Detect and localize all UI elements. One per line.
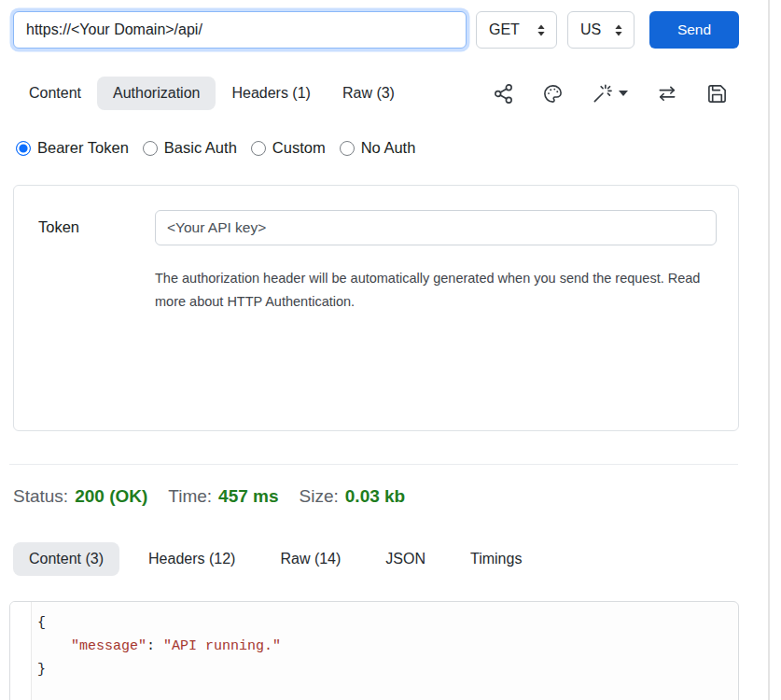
method-select[interactable]: GET xyxy=(476,11,557,49)
json-separator: : xyxy=(146,638,163,654)
response-tab-raw[interactable]: Raw (14) xyxy=(264,542,356,576)
radio-no-auth[interactable] xyxy=(340,141,355,156)
auth-option-custom[interactable]: Custom xyxy=(251,139,326,157)
response-tab-timings[interactable]: Timings xyxy=(454,542,537,576)
time-value: 457 ms xyxy=(218,486,278,507)
updown-arrows-icon xyxy=(613,23,624,37)
chevron-down-icon xyxy=(619,91,628,96)
code-gutter xyxy=(10,602,32,700)
code-line: { xyxy=(37,611,281,635)
request-tabs-row: Content Authorization Headers (1) Raw (3… xyxy=(13,77,739,110)
json-key: "message" xyxy=(71,638,146,654)
url-input[interactable] xyxy=(13,11,467,49)
radio-label: Basic Auth xyxy=(164,139,237,157)
radio-label: No Auth xyxy=(361,139,416,157)
swap-arrows-icon[interactable] xyxy=(656,83,678,105)
radio-bearer-token[interactable] xyxy=(16,141,31,156)
radio-label: Custom xyxy=(272,139,326,157)
tab-raw[interactable]: Raw (3) xyxy=(327,77,411,110)
region-select[interactable]: US xyxy=(567,11,635,49)
method-select-value: GET xyxy=(489,21,520,38)
auth-option-bearer-token[interactable]: Bearer Token xyxy=(16,139,129,157)
tab-authorization[interactable]: Authorization xyxy=(97,77,216,110)
code-line: } xyxy=(37,658,281,681)
token-label: Token xyxy=(38,210,155,430)
time-label: Time: xyxy=(168,486,212,507)
auth-option-no-auth[interactable]: No Auth xyxy=(340,139,416,157)
updown-arrows-icon xyxy=(536,23,547,37)
magic-wand-dropdown-icon[interactable] xyxy=(592,83,628,105)
response-json: { "message": "API running." } xyxy=(32,602,281,700)
region-select-value: US xyxy=(580,21,601,38)
tab-content[interactable]: Content xyxy=(13,77,97,110)
request-bar: GET US Send xyxy=(13,11,739,49)
size-value: 0.03 kb xyxy=(345,486,405,507)
response-tab-content[interactable]: Content (3) xyxy=(13,542,119,576)
palette-icon[interactable] xyxy=(542,83,564,105)
response-body-panel: { "message": "API running." } xyxy=(9,601,739,700)
api-client-app: GET US Send Content Authorization Header… xyxy=(13,11,739,700)
radio-basic-auth[interactable] xyxy=(143,141,158,156)
auth-type-options: Bearer Token Basic Auth Custom No Auth xyxy=(13,139,739,157)
request-toolbar xyxy=(493,83,728,105)
auth-option-basic-auth[interactable]: Basic Auth xyxy=(143,139,237,157)
tab-headers[interactable]: Headers (1) xyxy=(216,77,326,110)
size-label: Size: xyxy=(300,486,339,507)
share-icon[interactable] xyxy=(493,83,514,105)
response-tab-json[interactable]: JSON xyxy=(370,542,441,576)
response-tab-headers[interactable]: Headers (12) xyxy=(132,542,251,576)
status-value: 200 (OK) xyxy=(75,486,147,507)
bearer-token-panel: Token The authorization header will be a… xyxy=(13,185,739,431)
radio-custom[interactable] xyxy=(251,141,266,156)
response-tabs-row: Content (3) Headers (12) Raw (14) JSON T… xyxy=(13,542,739,576)
token-input[interactable] xyxy=(155,210,717,245)
token-help-text: The authorization header will be automat… xyxy=(155,267,717,314)
send-button[interactable]: Send xyxy=(649,11,739,49)
status-label: Status: xyxy=(13,486,68,507)
code-line: "message": "API running." xyxy=(37,635,281,658)
save-icon[interactable] xyxy=(706,83,728,105)
section-divider xyxy=(9,464,738,465)
json-value: "API running." xyxy=(163,638,281,654)
scrollbar-track-line xyxy=(768,0,770,700)
radio-label: Bearer Token xyxy=(37,139,129,157)
response-status-row: Status: 200 (OK) Time: 457 ms Size: 0.03… xyxy=(13,486,739,507)
